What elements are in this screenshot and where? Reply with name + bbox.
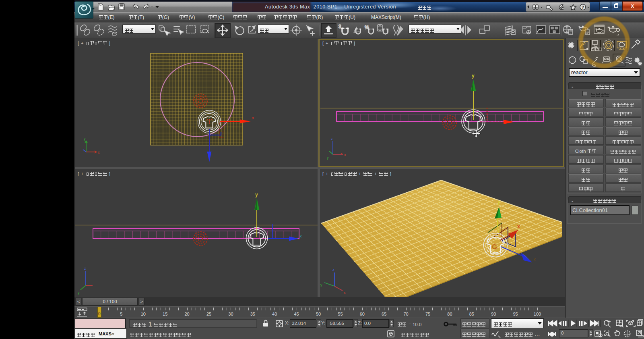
svg-text:G: G xyxy=(492,243,497,251)
svg-text:z: z xyxy=(84,266,86,270)
svg-text:x: x xyxy=(517,224,520,229)
svg-text:3: 3 xyxy=(339,24,341,29)
svg-text:y: y xyxy=(78,291,80,295)
svg-text:y: y xyxy=(320,283,322,287)
svg-text:z: z xyxy=(332,268,334,272)
svg-text:y: y xyxy=(327,156,329,160)
svg-text:y: y xyxy=(84,137,86,141)
svg-text:x: x xyxy=(98,150,100,154)
svg-text:z: z xyxy=(331,137,333,141)
svg-text:x: x xyxy=(252,116,254,120)
svg-text:y: y xyxy=(497,199,500,205)
svg-text:?: ? xyxy=(582,5,584,10)
svg-text:y: y xyxy=(472,73,475,79)
svg-text:x: x xyxy=(344,153,346,157)
svg-text:x: x xyxy=(300,234,302,238)
svg-text:z: z xyxy=(534,257,536,261)
svg-text:x: x xyxy=(344,291,346,295)
svg-text:y: y xyxy=(255,192,258,198)
